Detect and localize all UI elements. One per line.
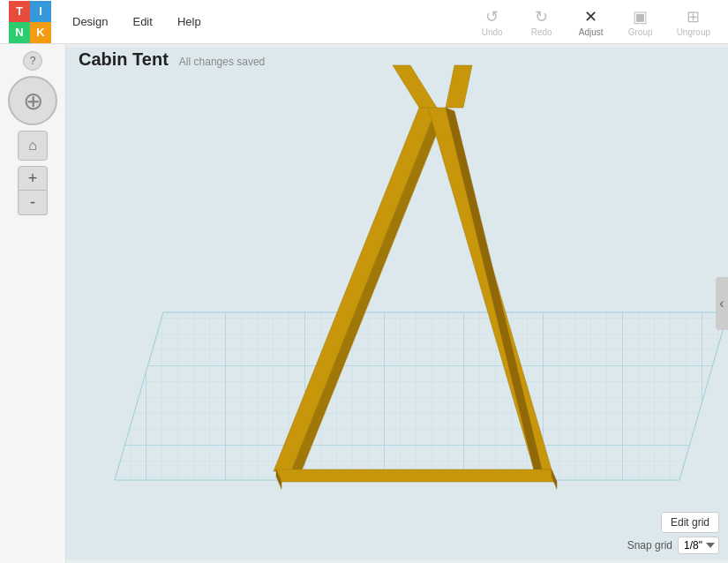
redo-icon: ↻: [535, 7, 548, 26]
edit-grid-button[interactable]: Edit grid: [661, 512, 719, 533]
ungroup-icon: ⊞: [687, 7, 700, 26]
group-icon: ▣: [633, 7, 648, 26]
view-compass[interactable]: [8, 76, 57, 125]
snap-grid-select[interactable]: 1/8" 1/4" 1/2" 1": [678, 537, 719, 554]
svg-rect-1: [66, 48, 728, 559]
right-panel-handle[interactable]: [716, 277, 728, 330]
left-panel: ? ⌂ + -: [0, 44, 66, 563]
logo-k: K: [30, 22, 51, 43]
zoom-out-button[interactable]: -: [18, 191, 48, 215]
adjust-button[interactable]: ✕ Adjust: [569, 4, 613, 41]
3d-viewport[interactable]: Cabin Tent All changes saved: [66, 44, 728, 563]
logo-n: N: [9, 22, 30, 43]
group-label: Group: [628, 27, 653, 37]
group-button[interactable]: ▣ Group: [619, 4, 663, 41]
bottom-controls: Edit grid Snap grid 1/8" 1/4" 1/2" 1": [627, 512, 719, 554]
menu-bar: Design Edit Help: [60, 10, 214, 34]
menu-edit[interactable]: Edit: [120, 10, 164, 34]
adjust-icon: ✕: [584, 7, 597, 26]
help-button[interactable]: ?: [23, 51, 42, 71]
snap-grid-row: Snap grid 1/8" 1/4" 1/2" 1": [627, 537, 719, 554]
redo-label: Redo: [531, 27, 552, 37]
toolbar-right: ↺ Undo ↻ Redo ✕ Adjust ▣ Group ⊞ Ungroup: [470, 4, 719, 41]
menu-help[interactable]: Help: [165, 10, 214, 34]
snap-grid-label: Snap grid: [627, 539, 672, 552]
adjust-label: Adjust: [579, 27, 604, 37]
scene-canvas[interactable]: [66, 44, 728, 563]
ungroup-label: Ungroup: [677, 27, 710, 37]
logo-i: I: [30, 1, 51, 22]
redo-button[interactable]: ↻ Redo: [520, 4, 564, 41]
zoom-controls: + -: [18, 166, 48, 215]
save-status: All changes saved: [179, 56, 265, 68]
svg-marker-2: [115, 312, 728, 480]
zoom-in-button[interactable]: +: [18, 166, 48, 191]
home-view-button[interactable]: ⌂: [18, 131, 48, 161]
ungroup-button[interactable]: ⊞ Ungroup: [668, 4, 719, 41]
toolbar: T I N K Design Edit Help ↺ Undo ↻ Redo ✕…: [0, 0, 728, 44]
undo-button[interactable]: ↺ Undo: [470, 4, 514, 41]
menu-design[interactable]: Design: [60, 10, 120, 34]
svg-marker-9: [276, 469, 557, 482]
logo[interactable]: T I N K: [9, 1, 51, 43]
logo-t: T: [9, 1, 30, 22]
undo-icon: ↺: [485, 7, 499, 26]
project-title[interactable]: Cabin Tent: [79, 49, 169, 70]
undo-label: Undo: [482, 27, 503, 37]
content-area: ? ⌂ + - Cabin Tent All changes saved: [0, 44, 728, 563]
